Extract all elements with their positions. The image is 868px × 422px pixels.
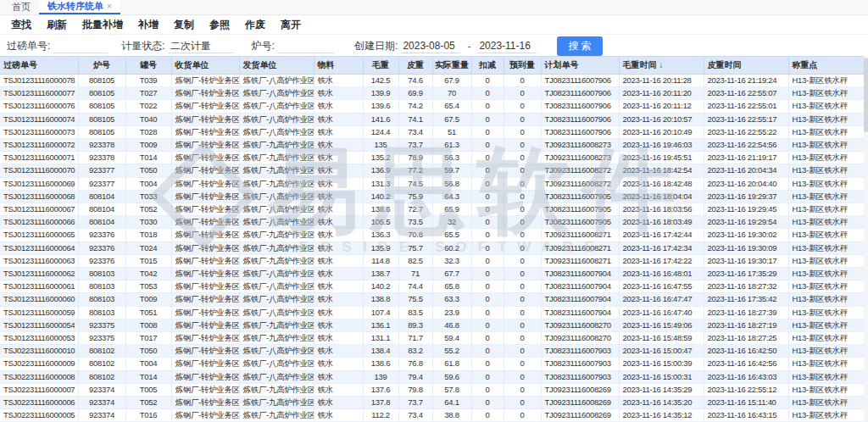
tab-iron-transfer-list[interactable]: 铁水转序统单× (39, 0, 120, 14)
table-row[interactable]: TSJ02231116000009808102T004炼钢厂-转炉业务区炼铁厂-… (0, 358, 864, 370)
cell: TSJ01231116000074 (0, 113, 78, 125)
cell: TJ08231116007903 (541, 358, 619, 370)
cell: T004 (125, 358, 171, 370)
toolbar-button-0[interactable]: 查找 (3, 18, 39, 32)
table-row[interactable]: TSJ01231116000077808105T027炼钢厂-转炉业务区炼铁厂-… (0, 87, 864, 100)
cell: 炼铁厂-八高炉作业区 (239, 280, 314, 293)
cell: 71.7 (398, 332, 432, 345)
cell: TSJ02231116000005 (0, 409, 78, 422)
scrollbar-thumb[interactable] (864, 58, 868, 132)
toolbar-button-6[interactable]: 作废 (237, 18, 273, 32)
table-row[interactable]: TSJ01231116000053923375T017炼钢厂-转炉业务区炼铁厂-… (0, 332, 864, 345)
cell: 2023-11-16 16:47:47 (619, 293, 704, 306)
toolbar-button-7[interactable]: 离开 (273, 18, 309, 32)
cell: 铁水 (314, 216, 363, 229)
cell: 0 (471, 87, 504, 100)
col-header-8[interactable]: 实际重量 (432, 57, 471, 75)
cell: 炼铁厂-八高炉作业区 (239, 190, 314, 203)
weigh-no-input[interactable] (53, 39, 108, 53)
table-row[interactable]: TSJ01231116000061808103T053炼钢厂-转炉业务区炼铁厂-… (0, 280, 864, 293)
cell: 67.9 (432, 75, 471, 87)
cell: H13-新区铁水秤 (788, 397, 864, 409)
table-row[interactable]: TSJ01231116000073808105T028炼钢厂-转炉业务区炼铁厂-… (0, 125, 864, 138)
col-header-11[interactable]: 计划单号 (541, 57, 619, 75)
cell: 2023-11-16 15:11:40 (704, 397, 788, 409)
date-range-separator: - (467, 41, 470, 53)
cell: H13-新区铁水秤 (788, 254, 864, 267)
status-select[interactable] (169, 39, 233, 53)
toolbar-button-5[interactable]: 参照 (202, 18, 237, 32)
table-row[interactable]: TSJ01231116000070923377T050炼钢厂-转炉业务区炼铁厂-… (0, 164, 864, 177)
toolbar-button-3[interactable]: 补增 (131, 18, 166, 32)
table-row[interactable]: TSJ01231116000069923377T004炼钢厂-转炉业务区炼铁厂-… (0, 177, 864, 190)
cell: 2023-11-16 16:43:15 (704, 409, 788, 422)
table-row[interactable]: TSJ01231116000071923378T014炼钢厂-转炉业务区炼铁厂-… (0, 152, 864, 164)
col-header-3[interactable]: 收货单位 (171, 57, 239, 75)
date-from-input[interactable] (401, 39, 460, 53)
table-row[interactable]: TSJ01231116000067808104T052炼钢厂-转炉业务区炼铁厂-… (0, 203, 864, 216)
col-header-10[interactable]: 预到量 (504, 57, 541, 75)
toolbar-button-1[interactable]: 刷新 (39, 18, 75, 32)
cell: 炼铁厂-九高炉作业区 (239, 383, 314, 396)
col-header-1[interactable]: 炉号 (78, 57, 125, 75)
cell: 铁水 (314, 125, 363, 138)
col-header-4[interactable]: 发货单位 (239, 57, 314, 75)
col-header-5[interactable]: 物料 (314, 57, 363, 75)
cell: 0 (504, 370, 541, 383)
toolbar-button-4[interactable]: 复制 (166, 18, 202, 32)
table-row[interactable]: TSJ01231116000062808103T042炼钢厂-转炉业务区炼铁厂-… (0, 268, 864, 280)
tab-home[interactable]: 首页 (3, 0, 39, 14)
vertical-scrollbar[interactable] (864, 56, 868, 422)
cell: 炼钢厂-转炉业务区 (171, 280, 239, 293)
table-row[interactable]: TSJ01231116000068808104T033炼钢厂-转炉业务区炼铁厂-… (0, 190, 864, 203)
cell: 138.6 (363, 203, 398, 216)
cell: 808104 (78, 190, 125, 203)
table-row[interactable]: TSJ02231116000007923374T005炼钢厂-转炉业务区炼铁厂-… (0, 383, 864, 396)
col-header-13[interactable]: 皮重时间 (704, 57, 788, 75)
col-header-7[interactable]: 皮重 (398, 57, 432, 75)
cell: 铁水 (314, 242, 363, 254)
table-row[interactable]: TSJ01231116000074808105T040炼钢厂-转炉业务区炼铁厂-… (0, 113, 864, 125)
tab-close-icon[interactable]: × (107, 2, 112, 11)
table-row[interactable]: TSJ02231116000008808102T014炼钢厂-转炉业务区炼铁厂-… (0, 370, 864, 383)
table-row[interactable]: TSJ01231116000072923378T009炼钢厂-转炉业务区炼铁厂-… (0, 139, 864, 152)
cell: T030 (125, 216, 171, 229)
cell: 炼钢厂-转炉业务区 (171, 383, 239, 396)
cell: 923377 (78, 177, 125, 190)
cell: 0 (471, 139, 504, 152)
table-row[interactable]: TSJ02231116000010808102T050炼钢厂-转炉业务区炼铁厂-… (0, 345, 864, 358)
col-header-2[interactable]: 罐号 (125, 57, 171, 75)
col-header-9[interactable]: 扣减 (471, 57, 504, 75)
toolbar-button-2[interactable]: 批量补增 (75, 18, 131, 32)
table-row[interactable]: TSJ01231116000060808103T009炼钢厂-转炉业务区炼铁厂-… (0, 293, 864, 306)
table-row[interactable]: TSJ01231116000066808104T030炼钢厂-转炉业务区炼铁厂-… (0, 216, 864, 229)
table-row[interactable]: TSJ01231116000065923376T018炼钢厂-转炉业务区炼铁厂-… (0, 229, 864, 242)
table-row[interactable]: TSJ01231116000059808103T051炼钢厂-转炉业务区炼铁厂-… (0, 306, 864, 319)
table-row[interactable]: TSJ01231116000076808105T022炼钢厂-转炉业务区炼铁厂-… (0, 100, 864, 113)
cell: 0 (504, 113, 541, 125)
search-button[interactable]: 搜 索 (557, 36, 602, 56)
col-header-12[interactable]: 毛重时间 ↓ (619, 57, 704, 75)
cell: 炼铁厂-九高炉作业区 (239, 319, 314, 331)
col-header-14[interactable]: 称重点 (788, 57, 864, 75)
cell: 61.8 (432, 358, 471, 370)
furnace-no-input[interactable] (278, 39, 334, 53)
cell: 73.5 (398, 216, 432, 229)
table-row[interactable]: TSJ01231116000078808105T039炼钢厂-转炉业务区炼铁厂-… (0, 75, 864, 87)
col-header-6[interactable]: 毛重 (363, 57, 398, 75)
table-row[interactable]: TSJ02231116000005923374T016炼钢厂-转炉业务区炼铁厂-… (0, 409, 864, 422)
cell: 0 (471, 370, 504, 383)
cell: 60.2 (432, 242, 471, 254)
table-row[interactable]: TSJ01231116000063923376T015炼钢厂-转炉业务区炼铁厂-… (0, 254, 864, 267)
cell: T009 (125, 293, 171, 306)
cell: TJ08231116007906 (541, 75, 619, 87)
cell: 炼铁厂-八高炉作业区 (239, 293, 314, 306)
cell: 2023-11-16 17:42:34 (619, 242, 704, 254)
cell: 炼钢厂-转炉业务区 (171, 87, 239, 100)
table-row[interactable]: TSJ01231116000054923375T008炼钢厂-转炉业务区炼铁厂-… (0, 319, 864, 331)
col-header-0[interactable]: 过磅单号 (0, 57, 78, 75)
cell: 0 (504, 383, 541, 396)
table-row[interactable]: TSJ01231116000064923376T024炼钢厂-转炉业务区炼铁厂-… (0, 242, 864, 254)
date-to-input[interactable] (477, 39, 537, 53)
table-row[interactable]: TSJ02231116000006923374T052炼钢厂-转炉业务区炼铁厂-… (0, 397, 864, 409)
